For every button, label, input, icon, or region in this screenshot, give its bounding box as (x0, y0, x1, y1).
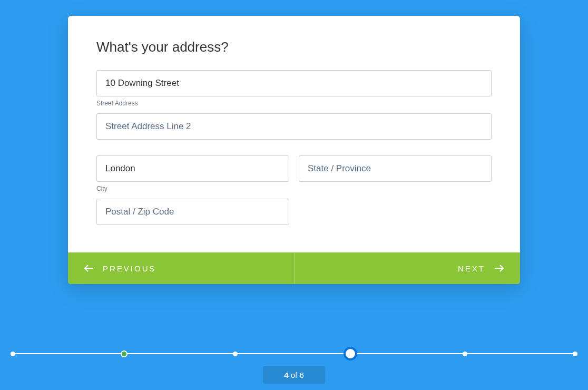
progress-step-3[interactable] (233, 352, 238, 356)
street-address-line2-input[interactable] (96, 113, 492, 140)
progress-step-5[interactable] (463, 352, 467, 356)
city-state-row: City (96, 155, 492, 199)
progress-step-6[interactable] (573, 352, 577, 356)
postal-group (96, 199, 289, 225)
previous-button-label: Previous (103, 264, 156, 273)
progress-track (11, 353, 577, 354)
arrow-left-icon (84, 265, 94, 272)
next-button[interactable]: Next (295, 252, 521, 284)
progress-total: 6 (299, 370, 303, 379)
state-input[interactable] (299, 155, 492, 182)
page-title: What's your address? (96, 39, 492, 55)
progress-step-4[interactable] (344, 347, 357, 360)
card-body: What's your address? Street Address City (68, 16, 520, 252)
street-group: Street Address (96, 70, 492, 107)
progress-of: of (289, 370, 300, 379)
spacer (96, 146, 492, 155)
state-group (299, 155, 492, 192)
form-card: What's your address? Street Address City (68, 16, 520, 284)
street-address-input[interactable] (96, 70, 492, 96)
progress-indicator: 4 of 6 (263, 366, 325, 384)
next-button-label: Next (458, 264, 485, 273)
arrow-right-icon (494, 265, 504, 272)
city-input[interactable] (96, 155, 289, 182)
street2-group (96, 113, 492, 140)
city-group: City (96, 155, 289, 192)
postal-input[interactable] (96, 199, 289, 225)
previous-button[interactable]: Previous (68, 252, 295, 284)
postal-row (96, 199, 492, 231)
street-address-label: Street Address (96, 100, 492, 107)
city-label: City (96, 185, 289, 192)
empty-col (299, 199, 492, 231)
progress-step-2[interactable] (121, 350, 128, 357)
progress-step-1[interactable] (11, 352, 15, 356)
card-footer: Previous Next (68, 252, 520, 284)
